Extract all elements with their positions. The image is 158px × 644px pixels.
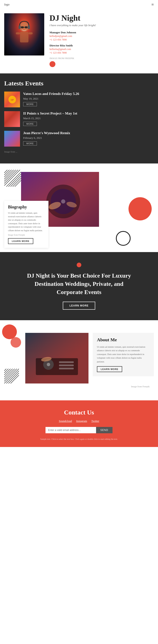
svg-rect-6 xyxy=(20,32,28,42)
email-form: SEND xyxy=(4,427,154,433)
svg-line-30 xyxy=(4,369,6,371)
about-dj-svg xyxy=(25,333,88,384)
event-item: UP Vatos Locos and Friends Friday 5.26 M… xyxy=(4,92,154,107)
event-more-button-2[interactable]: MORE xyxy=(23,122,37,126)
red-circle-decoration xyxy=(129,197,152,220)
about-lines-svg xyxy=(4,369,19,384)
event-item: Jean Pierre's Wynwood Remix February 6, … xyxy=(4,131,154,146)
event-thumb-svg-1: UP xyxy=(7,94,17,105)
hero-dot-decoration xyxy=(49,61,55,67)
instagram-link[interactable]: Instagram xyxy=(76,419,87,423)
svg-line-21 xyxy=(13,178,21,187)
svg-line-31 xyxy=(4,369,8,373)
svg-rect-8 xyxy=(28,32,33,34)
biography-card: Biography Ut enim ad minim veniam, quis … xyxy=(4,201,48,248)
soundcloud-link[interactable]: Soundcloud xyxy=(59,419,72,423)
about-section: About Me Ut enim ad minim veniam, quis n… xyxy=(0,320,158,400)
about-image-credit: Image from Freepik xyxy=(4,385,150,388)
hero-subtitle: I have everything to make your life brig… xyxy=(49,24,154,27)
about-learn-more-button[interactable]: LEARN MORE xyxy=(97,366,122,372)
contact-title: Contact Us xyxy=(4,409,154,416)
hero-image-credit: IMAGE FROM FREEPIK xyxy=(49,57,154,60)
svg-line-38 xyxy=(8,373,19,384)
svg-rect-3 xyxy=(21,26,24,28)
manager-role: Manager Don Johnson xyxy=(49,31,154,34)
event-date-3: February 6, 2021 xyxy=(23,136,154,140)
hero-person-image xyxy=(4,13,44,56)
events-title: Latests Events xyxy=(4,80,154,87)
svg-line-14 xyxy=(4,170,14,179)
svg-line-39 xyxy=(10,375,19,384)
bio-text: Ut enim ad minim veniam, quis nostrud ex… xyxy=(8,211,45,232)
about-card: About Me Ut enim ad minim veniam, quis n… xyxy=(93,333,154,376)
event-date-1: May 19, 2021 xyxy=(23,97,154,100)
event-name-2: II Points x Secret Project – May 1st xyxy=(23,111,154,116)
svg-point-44 xyxy=(47,363,50,366)
event-date-2: March 15, 2021 xyxy=(23,117,154,120)
svg-rect-2 xyxy=(28,26,30,29)
bio-title: Biography xyxy=(8,204,45,210)
black-circle-decoration xyxy=(116,231,131,246)
svg-line-13 xyxy=(4,170,11,177)
svg-rect-7 xyxy=(16,32,20,34)
about-text: Ut enim ad minim veniam, quis nostrud ex… xyxy=(97,345,150,364)
event-content-2: II Points x Secret Project – May 1st Mar… xyxy=(23,111,154,126)
decorative-lines xyxy=(4,170,21,187)
event-name-3: Jean Pierre's Wynwood Remix xyxy=(23,131,154,136)
events-image-credit: Image from ... xyxy=(4,150,154,153)
send-button[interactable]: SEND xyxy=(96,427,112,433)
bio-image-credit: Image from Freepik xyxy=(8,234,45,236)
svg-rect-46 xyxy=(59,364,74,366)
event-thumbnail-1: UP xyxy=(4,92,20,107)
sample-text: Sample text. Click to select the text bo… xyxy=(4,438,154,441)
header: logo ≡ xyxy=(0,0,158,9)
menu-icon[interactable]: ≡ xyxy=(152,2,154,7)
twitter-link[interactable]: Twitter xyxy=(91,419,99,423)
biography-learn-more-button[interactable]: LEARN MORE xyxy=(8,238,33,244)
hero-image xyxy=(4,13,44,56)
director-role: Director Rita Smith xyxy=(49,44,154,47)
about-title: About Me xyxy=(97,337,150,342)
svg-rect-47 xyxy=(59,368,74,369)
event-more-button-3[interactable]: MORE xyxy=(23,141,37,146)
svg-rect-4 xyxy=(25,26,28,28)
about-image xyxy=(25,333,88,384)
contact-section: Contact Us Soundcloud Instagram Twitter … xyxy=(0,400,158,447)
svg-point-27 xyxy=(61,199,65,204)
about-red-circle-top xyxy=(2,324,17,339)
hero-title: DJ Night xyxy=(49,13,154,22)
svg-text:UP: UP xyxy=(11,99,13,101)
email-input[interactable] xyxy=(45,427,96,433)
event-thumbnail-2 xyxy=(4,111,20,127)
svg-rect-45 xyxy=(59,361,74,363)
event-more-button-1[interactable]: MORE xyxy=(23,102,37,106)
events-section: Latests Events UP Vatos Locos and Friend… xyxy=(0,74,158,164)
svg-rect-1 xyxy=(18,26,21,29)
about-red-circle-bottom xyxy=(10,337,21,348)
director-email[interactable]: helloritа@gmail.com xyxy=(49,48,154,51)
event-content-1: Vatos Locos and Friends Friday 5.26 May … xyxy=(23,92,154,106)
dj-person-svg xyxy=(14,18,35,51)
cta-title: DJ Night is Your Best Choice For Luxury … xyxy=(26,272,132,296)
cta-learn-more-button[interactable]: LEARN MORE xyxy=(63,302,95,310)
event-content-3: Jean Pierre's Wynwood Remix February 6, … xyxy=(23,131,154,146)
social-links: Soundcloud Instagram Twitter xyxy=(4,419,154,423)
biography-section: Biography Ut enim ad minim veniam, quis … xyxy=(0,164,158,252)
lines-svg xyxy=(4,170,21,187)
event-name-1: Vatos Locos and Friends Friday 5.26 xyxy=(23,92,154,96)
director-phone: +1 123 456 7890 xyxy=(49,51,154,54)
event-item: II Points x Secret Project – May 1st Mar… xyxy=(4,111,154,127)
svg-line-33 xyxy=(4,369,13,377)
event-thumbnail-3 xyxy=(4,131,20,146)
hero-content: DJ Night I have everything to make your … xyxy=(44,13,154,67)
about-decorative-lines xyxy=(4,369,19,384)
logo: logo xyxy=(4,3,9,6)
manager-email[interactable]: hellodjon@gmail.com xyxy=(49,34,154,38)
manager-phone: +1 123 456 7890 xyxy=(49,38,154,41)
about-content: About Me Ut enim ad minim veniam, quis n… xyxy=(25,333,154,384)
cta-dot-decoration xyxy=(77,262,81,267)
svg-line-34 xyxy=(4,369,15,379)
cta-section: DJ Night is Your Best Choice For Luxury … xyxy=(0,252,158,320)
hero-section: DJ Night I have everything to make your … xyxy=(0,9,158,74)
